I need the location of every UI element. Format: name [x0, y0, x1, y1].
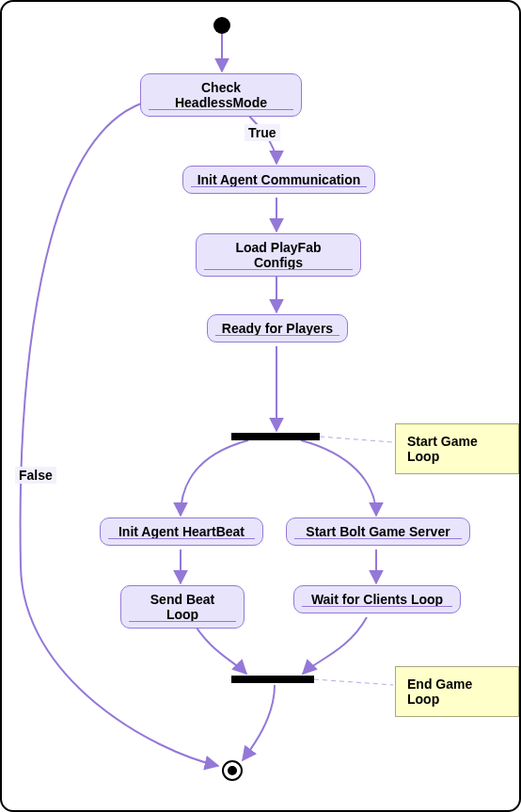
node-ready-players: Ready for Players: [207, 314, 348, 342]
join-bar: [231, 676, 314, 683]
node-load-playfab: Load PlayFab Configs: [196, 233, 361, 277]
node-init-heartbeat: Init Agent HeartBeat: [100, 517, 263, 546]
node-label: Init Agent Communication: [183, 167, 374, 193]
node-label: Load PlayFab Configs: [197, 234, 360, 276]
edge-label-false: False: [15, 467, 56, 484]
fork-bar: [231, 433, 320, 440]
node-start-bolt: Start Bolt Game Server: [286, 517, 470, 546]
diagram-canvas: Check HeadlessMode True Init Agent Commu…: [0, 0, 521, 812]
node-label: Init Agent HeartBeat: [101, 518, 262, 545]
note-start-loop: Start Game Loop: [395, 423, 519, 474]
note-text: End Game Loop: [407, 677, 472, 707]
node-label: Wait for Clients Loop: [294, 586, 460, 613]
node-label: Ready for Players: [208, 315, 347, 342]
node-wait-clients: Wait for Clients Loop: [293, 585, 461, 613]
node-init-agent-comm: Init Agent Communication: [182, 166, 375, 194]
node-label: Check HeadlessMode: [141, 74, 301, 116]
node-send-beat: Send Beat Loop: [120, 585, 245, 629]
final-node: [222, 760, 243, 781]
final-node-dot: [228, 766, 237, 775]
node-label: Start Bolt Game Server: [287, 518, 469, 545]
initial-node: [213, 17, 230, 34]
note-end-loop: End Game Loop: [395, 666, 519, 717]
node-check-headless: Check HeadlessMode: [140, 73, 302, 117]
note-text: Start Game Loop: [407, 434, 478, 464]
node-label: Send Beat Loop: [121, 586, 244, 628]
edge-label-true: True: [245, 124, 280, 141]
